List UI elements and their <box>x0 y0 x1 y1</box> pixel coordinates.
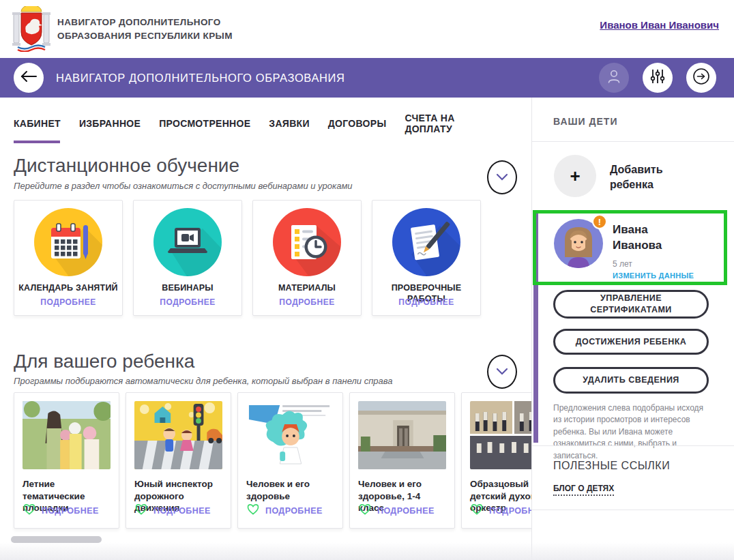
program-card-summer[interactable]: Летние тематические площадки ПОДРОБНЕЕ <box>14 392 119 529</box>
selected-child-indicator <box>533 212 538 443</box>
chevron-down-icon <box>496 171 508 183</box>
calendar-icon <box>34 208 102 276</box>
program-illustration <box>246 401 334 469</box>
details-link[interactable]: ПОДРОБНЕЕ <box>42 506 99 516</box>
filters-button[interactable] <box>643 63 673 93</box>
divider <box>532 510 734 510</box>
card-materials[interactable]: МАТЕРИАЛЫ ПОДРОБНЕЕ <box>252 200 362 316</box>
horizontal-scrollbar[interactable] <box>11 536 102 543</box>
card-webinars[interactable]: ВЕБИНАРЫ ПОДРОБНЕЕ <box>133 200 242 316</box>
divider <box>532 141 734 142</box>
details-link[interactable]: ПОДРОБНЕЕ <box>372 297 480 307</box>
webinar-laptop-icon <box>153 208 222 276</box>
add-child-button[interactable]: + <box>554 155 596 197</box>
main-content: КАБИНЕТ ИЗБРАННОЕ ПРОСМОТРЕННОЕ ЗАЯВКИ Д… <box>0 98 531 560</box>
distance-learning-subtitle: Перейдите в раздел чтобы ознакомиться с … <box>14 181 353 191</box>
logout-button[interactable] <box>686 63 716 93</box>
brand-line2: ОБРАЗОВАНИЯ РЕСПУБЛИКИ КРЫМ <box>57 29 233 43</box>
add-child-label[interactable]: Добавить ребенка <box>610 162 692 192</box>
details-link[interactable]: ПОДРОБНЕЕ <box>265 506 323 516</box>
tab-cabinet[interactable]: КАБИНЕТ <box>14 118 61 129</box>
profile-button[interactable] <box>599 63 629 93</box>
collapse-distance-button[interactable] <box>487 160 517 194</box>
chevron-down-icon <box>496 366 508 378</box>
distance-learning-cards: КАЛЕНДАРЬ ЗАНЯТИЙ ПОДРОБНЕЕ <box>14 200 481 316</box>
program-photo <box>358 401 446 469</box>
brand-title: НАВИГАТОР ДОПОЛНИТЕЛЬНОГО ОБРАЗОВАНИЯ РЕ… <box>57 16 233 42</box>
program-card-health[interactable]: Человек и его здоровье ПОДРОБНЕЕ <box>237 392 343 529</box>
site-header: НАВИГАТОР ДОПОЛНИТЕЛЬНОГО ОБРАЗОВАНИЯ РЕ… <box>0 0 734 58</box>
sliders-icon <box>650 69 665 87</box>
heart-icon[interactable] <box>470 503 484 519</box>
children-sidebar: ВАШИ ДЕТИ + Добавить ребенка <box>531 98 734 560</box>
edit-child-data-link[interactable]: ИЗМЕНИТЬ ДАННЫЕ <box>613 271 694 280</box>
blog-about-children-link[interactable]: БЛОГ О ДЕТЯХ <box>553 484 614 496</box>
for-your-child-title: Для вашего ребенка <box>14 351 194 372</box>
program-card-road-inspector[interactable]: Юный инспектор дорожного движения ПОДРОБ… <box>126 392 231 529</box>
heart-icon[interactable] <box>358 503 372 519</box>
tab-favorites[interactable]: ИЗБРАННОЕ <box>79 118 141 129</box>
tab-viewed[interactable]: ПРОСМОТРЕННОЕ <box>159 118 250 129</box>
child-name[interactable]: Ивана Иванова <box>613 222 689 254</box>
details-link[interactable]: ПОДРОБНЕЕ <box>14 297 122 307</box>
person-icon <box>606 68 621 87</box>
delete-child-button[interactable]: УДАЛИТЬ СВЕДЕНИЯ <box>553 367 709 394</box>
navbar-title: НАВИГАТОР ДОПОЛНИТЕЛЬНОГО ОБРАЗОВАНИЯ <box>56 72 345 85</box>
program-card-health-elementary[interactable]: Человек и его здоровье, 1-4 класс ПОДРОБ… <box>349 392 455 529</box>
crimea-coat-of-arms-logo <box>12 6 50 52</box>
details-link[interactable]: ПОДРОБНЕЕ <box>489 506 531 516</box>
details-link[interactable]: ПОДРОБНЕЕ <box>134 297 241 307</box>
tab-applications[interactable]: ЗАЯВКИ <box>269 118 309 129</box>
divider <box>532 445 734 446</box>
for-your-child-subtitle: Программы подбираются автоматически для … <box>14 376 393 386</box>
useful-links-heading: ПОЛЕЗНЫЕ ССЫЛКИ <box>553 460 670 472</box>
card-tests[interactable]: ПРОВЕРОЧНЫЕ РАБОТЫ ПОДРОБНЕЕ <box>372 200 481 316</box>
exit-arrow-icon <box>692 68 710 88</box>
plus-icon: + <box>570 166 580 187</box>
user-profile-link[interactable]: Иванов Иван Иванович <box>600 19 719 31</box>
details-link[interactable]: ПОДРОБНЕЕ <box>377 506 435 516</box>
tab-surcharge-bills[interactable]: СЧЕТА НА ДОПЛАТУ <box>405 113 467 134</box>
heart-icon[interactable] <box>23 503 36 519</box>
program-photo-collage <box>470 401 531 469</box>
child-age: 5 лет <box>613 259 632 269</box>
materials-checklist-icon <box>273 208 341 276</box>
manage-certificates-button[interactable]: УПРАВЛЕНИЕ СЕРТИФИКАТАМИ <box>553 290 709 319</box>
card-schedule[interactable]: КАЛЕНДАРЬ ЗАНЯТИЙ ПОДРОБНЕЕ <box>14 200 123 316</box>
program-cards: Летние тематические площадки ПОДРОБНЕЕ <box>14 392 531 529</box>
tab-contracts[interactable]: ДОГОВОРЫ <box>328 118 387 129</box>
card-label: МАТЕРИАЛЫ <box>253 282 361 293</box>
navbar: НАВИГАТОР ДОПОЛНИТЕЛЬНОГО ОБРАЗОВАНИЯ <box>0 58 734 98</box>
cabinet-tabs: КАБИНЕТ ИЗБРАННОЕ ПРОСМОТРЕННОЕ ЗАЯВКИ Д… <box>14 113 467 134</box>
details-link[interactable]: ПОДРОБНЕЕ <box>153 506 211 516</box>
program-illustration <box>134 401 222 469</box>
program-title: Человек и его здоровье <box>246 478 334 502</box>
sidebar-heading: ВАШИ ДЕТИ <box>553 116 617 127</box>
distance-learning-title: Дистанционное обучение <box>14 155 239 177</box>
navigator-app: НАВИГАТОР ДОПОЛНИТЕЛЬНОГО ОБРАЗОВАНИЯ РЕ… <box>0 0 734 560</box>
card-label: ВЕБИНАРЫ <box>134 282 241 293</box>
heart-icon[interactable] <box>246 503 260 519</box>
heart-icon[interactable] <box>134 503 148 519</box>
test-paper-icon <box>392 208 460 276</box>
collapse-child-section-button[interactable] <box>487 355 517 389</box>
program-photo <box>23 401 111 469</box>
child-achievements-button[interactable]: ДОСТИЖЕНИЯ РЕБЕНКА <box>553 329 709 355</box>
card-label: КАЛЕНДАРЬ ЗАНЯТИЙ <box>14 282 122 293</box>
brand-line1: НАВИГАТОР ДОПОЛНИТЕЛЬНОГО <box>57 16 233 29</box>
alert-badge-icon: ! <box>592 214 607 229</box>
details-link[interactable]: ПОДРОБНЕЕ <box>253 297 361 307</box>
back-button[interactable] <box>14 63 44 93</box>
recommendations-note: Предложения слева подобраны исходя из ис… <box>553 402 713 462</box>
program-card-orchestra[interactable]: Образцовый детский духовой оркестр ПОДРО… <box>461 392 531 529</box>
back-arrow-icon <box>20 70 38 86</box>
